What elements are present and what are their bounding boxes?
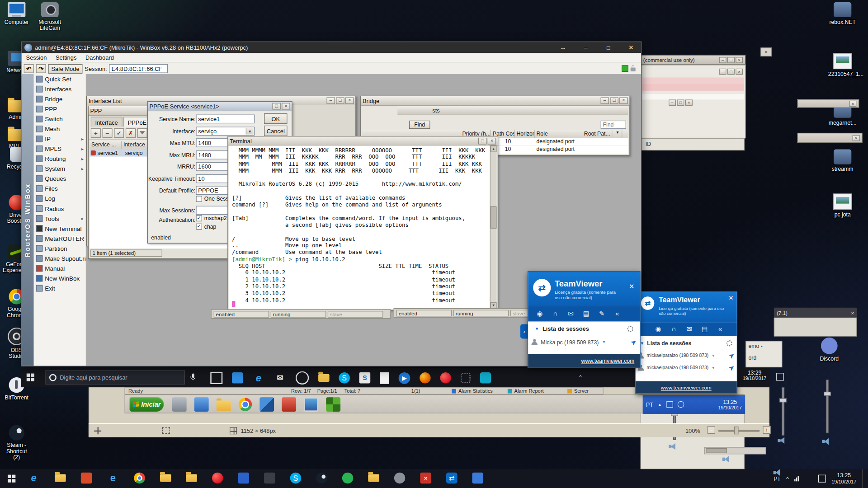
menu-dashboard[interactable]: Dashboard: [81, 54, 118, 61]
sidebar-item-log[interactable]: Log: [34, 194, 86, 204]
sidebar-item-interfaces[interactable]: Interfaces: [34, 84, 86, 94]
horizontal-scrollbar[interactable]: [704, 447, 766, 454]
skype-icon[interactable]: S: [290, 473, 301, 483]
speaker-icon[interactable]: [722, 456, 731, 463]
document-app-icon[interactable]: S: [359, 372, 370, 383]
tray-icon[interactable]: [677, 401, 684, 408]
sidebar-item-switch[interactable]: Switch: [34, 114, 86, 124]
maximize-icon[interactable]: □: [599, 45, 618, 51]
connect-cursor-icon[interactable]: ➤: [726, 362, 736, 373]
media-app-icon[interactable]: ▶: [399, 372, 410, 384]
menu-settings[interactable]: Settings: [51, 54, 81, 61]
headset-icon[interactable]: ∩: [549, 310, 561, 318]
session-field[interactable]: E4:8D:8C:1F:66:CF: [109, 64, 168, 73]
desktop-icon-lifecam[interactable]: Microsoft LifeCam: [34, 2, 66, 31]
winbox-titlebar[interactable]: admin@E4:8D:8C:1F:66:CF (MikroTik) - Win…: [22, 42, 641, 53]
speaker-icon[interactable]: [804, 475, 812, 482]
interface-select[interactable]: serviço▼: [196, 127, 255, 136]
background-window-close-button[interactable]: ×: [760, 47, 771, 56]
sidebar-item-new-winbox[interactable]: New WinBox: [34, 273, 86, 283]
collapse-icon[interactable]: «: [611, 310, 623, 318]
phone-app-icon[interactable]: [480, 372, 491, 383]
settings-gear-icon[interactable]: [461, 373, 471, 383]
close-icon[interactable]: ×: [345, 98, 354, 104]
minimize-icon[interactable]: –: [326, 98, 335, 104]
folder-shortcut-icon[interactable]: [217, 400, 231, 411]
undo-icon[interactable]: ↶: [24, 64, 34, 73]
tray-chevron-icon[interactable]: ^: [786, 475, 789, 481]
service-name-input[interactable]: service1: [196, 114, 255, 123]
edge-icon[interactable]: e: [252, 372, 264, 384]
panel-collapse-tab[interactable]: ›: [520, 324, 528, 339]
app-icon[interactable]: ×: [420, 473, 431, 483]
sidebar-item-ppp[interactable]: PPP: [34, 104, 86, 114]
scroll-up-icon[interactable]: ▲: [491, 145, 496, 152]
tray-chevron-icon[interactable]: ^: [579, 374, 582, 380]
alarm-report-label[interactable]: Alarm Report: [514, 389, 544, 394]
app-shortcut-icon[interactable]: [326, 397, 340, 412]
file-explorer-icon[interactable]: [318, 374, 329, 382]
column-service[interactable]: Service ...: [90, 141, 122, 149]
server-active-icon[interactable]: [567, 389, 572, 394]
dialog-titlebar[interactable]: PPPoE Service <service1> □×: [148, 102, 292, 111]
close-icon[interactable]: ×: [282, 103, 290, 110]
chat-icon[interactable]: ✉: [683, 325, 695, 333]
start-button[interactable]: [8, 475, 15, 483]
connect-cursor-icon[interactable]: ➤: [629, 337, 638, 347]
steam-icon[interactable]: [316, 473, 327, 483]
bridge-titlebar[interactable]: Bridge –□×: [361, 96, 629, 106]
app-icon[interactable]: [264, 473, 275, 483]
desktop-icon-discord[interactable]: Discord: [813, 338, 846, 362]
auth-mschap2-checkbox[interactable]: ✓ mschap2: [196, 215, 226, 221]
skype-icon[interactable]: S: [339, 372, 349, 383]
gear-icon[interactable]: [627, 326, 633, 332]
minimize-icon[interactable]: –: [601, 98, 609, 104]
background-window-buttons[interactable]: –□×: [669, 99, 693, 105]
language-indicator[interactable]: PT: [646, 401, 653, 407]
sidebar-item-tools[interactable]: Tools▸: [34, 214, 86, 224]
people-icon[interactable]: [296, 371, 309, 385]
network-signal-icon[interactable]: [794, 476, 799, 481]
draw-icon[interactable]: ✎: [596, 310, 608, 318]
safe-mode-button[interactable]: Safe Mode: [48, 64, 83, 73]
sidebar-item-mpls[interactable]: MPLS▸: [34, 144, 86, 154]
close-icon[interactable]: ×: [736, 57, 743, 63]
speaker-icon[interactable]: [778, 437, 786, 444]
sidebar-item-manual[interactable]: Manual: [34, 263, 86, 273]
sidebar-item-quick-set[interactable]: Quick Set: [34, 74, 86, 84]
close-icon[interactable]: ✕: [621, 44, 641, 51]
task-view-icon[interactable]: [210, 372, 222, 384]
pan-move-icon[interactable]: [94, 427, 101, 434]
alarm-statistics-label[interactable]: Alarm Statistics: [458, 389, 493, 394]
zoom-slider-track[interactable]: [718, 430, 760, 432]
desktop-icon-image-file[interactable]: 22310547_1...: [828, 53, 857, 77]
close-icon[interactable]: ×: [488, 137, 496, 144]
tray-icon[interactable]: [666, 401, 673, 408]
chrome-icon[interactable]: [134, 473, 145, 483]
phone-app-icon[interactable]: [342, 473, 353, 483]
store-icon[interactable]: [232, 372, 243, 383]
video-icon[interactable]: ◉: [652, 325, 664, 333]
chevron-down-icon[interactable]: ▼: [246, 128, 254, 135]
sidebar-item-partition[interactable]: Partition: [34, 244, 86, 253]
teamviewer-link[interactable]: www.teamviewer.com: [661, 384, 712, 390]
minimize-icon[interactable]: –: [576, 44, 595, 52]
app-icon[interactable]: [394, 473, 405, 483]
minimize-icon[interactable]: –: [719, 57, 726, 63]
maximize-icon[interactable]: □: [610, 98, 618, 104]
chrome-shortcut-icon[interactable]: [239, 398, 252, 411]
video-icon[interactable]: ◉: [533, 310, 546, 318]
session-item[interactable]: Micka pc (198 509 873) ▼ ➤: [532, 336, 637, 348]
app-shortcut-icon[interactable]: [172, 397, 187, 412]
volume-slider-handle[interactable]: [824, 392, 831, 396]
monitor-app-icon[interactable]: [304, 397, 318, 412]
start-button[interactable]: [27, 374, 34, 381]
bridge-subwindow-titlebar[interactable]: sts: [397, 106, 628, 114]
maximize-icon[interactable]: □: [336, 98, 344, 104]
sidebar-item-new-terminal[interactable]: New Terminal: [34, 224, 86, 234]
sidebar-item-metarouter[interactable]: MetaROUTER: [34, 234, 86, 244]
close-icon[interactable]: ×: [851, 310, 854, 315]
maximize-icon[interactable]: □: [272, 103, 280, 110]
close-icon[interactable]: ✕: [728, 294, 733, 301]
firefox-icon[interactable]: [420, 372, 430, 383]
